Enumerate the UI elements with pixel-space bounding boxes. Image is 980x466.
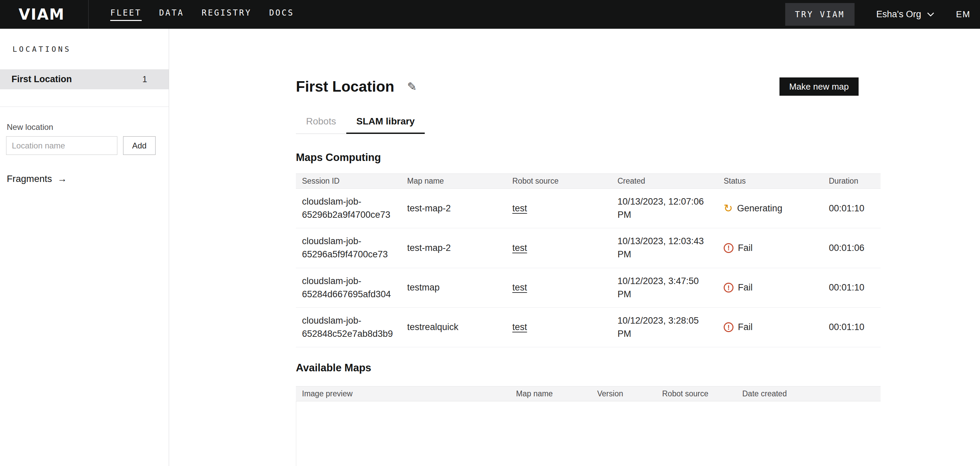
robot-source-link[interactable]: test bbox=[512, 203, 527, 213]
column-header-session-id: Session ID bbox=[296, 177, 401, 186]
new-location-label: New location bbox=[7, 122, 169, 132]
edit-title-icon[interactable] bbox=[407, 80, 417, 93]
nav-item-docs[interactable]: DOCS bbox=[269, 8, 294, 21]
map-name-cell: testrealquick bbox=[401, 321, 506, 334]
nav-item-registry[interactable]: REGISTRY bbox=[202, 8, 251, 21]
location-name-input[interactable] bbox=[6, 136, 117, 155]
column-header-image-preview: Image preview bbox=[296, 389, 510, 398]
maps-computing-heading: Maps Computing bbox=[296, 151, 881, 164]
status-label: Generating bbox=[737, 202, 783, 215]
map-name-cell: testmap bbox=[401, 281, 506, 294]
body-layout: LOCATIONS First Location 1 New location … bbox=[0, 29, 980, 466]
created-cell: 10/12/2023, 3:47:50 PM bbox=[611, 275, 718, 301]
status-label: Fail bbox=[738, 242, 753, 254]
main-content: First Location Make new map Robots SLAM … bbox=[169, 29, 980, 466]
locations-heading: LOCATIONS bbox=[0, 45, 169, 53]
viam-logo[interactable]: VIAM bbox=[19, 6, 65, 23]
maps-computing-header-row: Session ID Map name Robot source Created… bbox=[296, 173, 881, 189]
primary-nav: FLEET DATA REGISTRY DOCS bbox=[110, 8, 294, 21]
created-cell: 10/13/2023, 12:03:43 PM bbox=[611, 235, 718, 261]
duration-cell: 00:01:10 bbox=[823, 281, 881, 294]
created-cell: 10/13/2023, 12:07:06 PM bbox=[611, 195, 718, 221]
table-row: cloudslam-job-65284d667695afd304 testmap… bbox=[296, 268, 881, 308]
top-navbar: VIAM FLEET DATA REGISTRY DOCS TRY VIAM E… bbox=[0, 0, 980, 29]
content-column: First Location Make new map Robots SLAM … bbox=[296, 78, 881, 466]
table-row: cloudslam-job-65296a5f9f4700ce73 test-ma… bbox=[296, 228, 881, 268]
tab-bar: Robots SLAM library bbox=[296, 116, 425, 134]
status-label: Fail bbox=[738, 281, 753, 294]
duration-cell: 00:01:06 bbox=[823, 242, 881, 254]
generating-icon bbox=[724, 203, 733, 214]
org-switcher[interactable]: Esha's Org bbox=[876, 9, 934, 20]
session-id-cell: cloudslam-job-65296b2a9f4700ce73 bbox=[296, 195, 401, 221]
navbar-right: TRY VIAM Esha's Org EM bbox=[785, 3, 970, 26]
session-id-cell: cloudslam-job-652848c52e7ab8d3b9 bbox=[296, 314, 401, 340]
arrow-right-icon: → bbox=[57, 173, 67, 184]
session-id-cell: cloudslam-job-65296a5f9f4700ce73 bbox=[296, 235, 401, 261]
fail-icon bbox=[724, 322, 733, 332]
fail-icon bbox=[724, 243, 733, 253]
org-name: Esha's Org bbox=[876, 9, 921, 20]
column-header-robot-source: Robot source bbox=[506, 177, 611, 186]
location-item-first-location[interactable]: First Location 1 bbox=[0, 69, 169, 89]
status-cell: Generating bbox=[718, 202, 823, 215]
user-initials[interactable]: EM bbox=[956, 9, 970, 20]
nav-divider bbox=[88, 0, 89, 29]
location-count: 1 bbox=[142, 75, 147, 84]
map-name-cell: test-map-2 bbox=[401, 242, 506, 254]
robot-source-link[interactable]: test bbox=[512, 243, 527, 253]
status-cell: Fail bbox=[718, 281, 823, 294]
location-name: First Location bbox=[11, 74, 72, 84]
chevron-down-icon bbox=[927, 12, 934, 17]
fragments-link[interactable]: Fragments → bbox=[7, 173, 67, 184]
column-header-map-name: Map name bbox=[510, 389, 591, 398]
nav-item-data[interactable]: DATA bbox=[159, 8, 184, 21]
try-viam-button[interactable]: TRY VIAM bbox=[785, 3, 855, 26]
column-header-robot-source: Robot source bbox=[656, 389, 736, 398]
table-row: cloudslam-job-65296b2a9f4700ce73 test-ma… bbox=[296, 189, 881, 228]
nav-item-fleet[interactable]: FLEET bbox=[110, 8, 142, 21]
column-header-map-name: Map name bbox=[401, 177, 506, 186]
status-cell: Fail bbox=[718, 242, 823, 254]
add-location-button[interactable]: Add bbox=[123, 136, 156, 155]
title-row: First Location Make new map bbox=[296, 78, 881, 95]
page-title: First Location bbox=[296, 78, 394, 95]
tab-slam-library[interactable]: SLAM library bbox=[346, 116, 425, 134]
available-maps-header-row: Image preview Map name Version Robot sou… bbox=[296, 386, 881, 401]
fail-icon bbox=[724, 283, 733, 293]
available-maps-heading: Available Maps bbox=[296, 362, 881, 374]
column-header-version: Version bbox=[591, 389, 656, 398]
column-header-duration: Duration bbox=[823, 177, 881, 186]
table-row: cloudslam-job-652848c52e7ab8d3b9 testrea… bbox=[296, 308, 881, 347]
sidebar-divider bbox=[0, 107, 169, 107]
fragments-label: Fragments bbox=[7, 173, 52, 184]
make-new-map-button[interactable]: Make new map bbox=[780, 78, 859, 96]
duration-cell: 00:01:10 bbox=[823, 202, 881, 215]
status-label: Fail bbox=[738, 321, 753, 334]
column-header-status: Status bbox=[718, 177, 823, 186]
column-header-date-created: Date created bbox=[736, 389, 881, 398]
maps-computing-table: Session ID Map name Robot source Created… bbox=[296, 173, 881, 347]
duration-cell: 00:01:10 bbox=[823, 321, 881, 334]
tab-robots[interactable]: Robots bbox=[296, 116, 346, 134]
column-header-created: Created bbox=[611, 177, 718, 186]
available-maps-empty-body bbox=[296, 401, 881, 466]
new-location-row: Add bbox=[6, 136, 169, 155]
app-page: VIAM FLEET DATA REGISTRY DOCS TRY VIAM E… bbox=[0, 0, 980, 466]
locations-sidebar: LOCATIONS First Location 1 New location … bbox=[0, 29, 169, 466]
map-name-cell: test-map-2 bbox=[401, 202, 506, 215]
created-cell: 10/12/2023, 3:28:05 PM bbox=[611, 314, 718, 340]
robot-source-link[interactable]: test bbox=[512, 282, 527, 293]
robot-source-link[interactable]: test bbox=[512, 322, 527, 332]
status-cell: Fail bbox=[718, 321, 823, 334]
session-id-cell: cloudslam-job-65284d667695afd304 bbox=[296, 275, 401, 301]
available-maps-table: Image preview Map name Version Robot sou… bbox=[296, 386, 881, 466]
